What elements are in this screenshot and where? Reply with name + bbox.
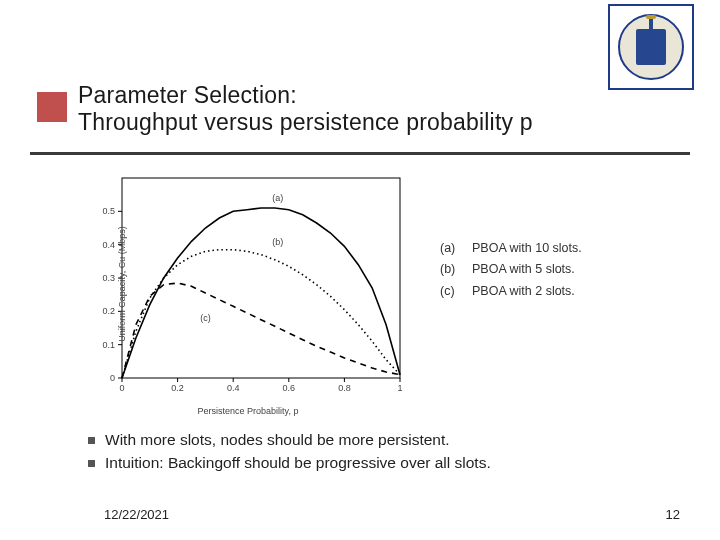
legend-key: (c) <box>440 281 462 302</box>
legend-text: PBOA with 2 slots. <box>472 281 575 302</box>
bullet-icon <box>88 437 95 444</box>
svg-text:0.6: 0.6 <box>283 383 296 393</box>
logo-ring <box>618 14 684 80</box>
title-rule <box>30 152 690 155</box>
logo-tower-icon <box>636 29 666 65</box>
svg-text:0.4: 0.4 <box>227 383 240 393</box>
legend-row: (c) PBOA with 2 slots. <box>440 281 582 302</box>
chart: Uniform Capacity, Cu (Mbps) Persistence … <box>88 170 408 398</box>
slide-title: Parameter Selection: Throughput versus p… <box>78 82 618 136</box>
bullet-list: With more slots, nodes should be more pe… <box>88 430 648 476</box>
svg-text:0.1: 0.1 <box>102 340 115 350</box>
svg-text:0.2: 0.2 <box>102 306 115 316</box>
svg-text:0.3: 0.3 <box>102 273 115 283</box>
svg-text:0.5: 0.5 <box>102 206 115 216</box>
svg-text:(a): (a) <box>272 193 283 203</box>
svg-text:(c): (c) <box>200 313 211 323</box>
title-accent-square <box>37 92 67 122</box>
university-logo <box>608 4 694 90</box>
bullet-text: Intuition: Backingoff should be progress… <box>105 453 491 474</box>
svg-text:0: 0 <box>110 373 115 383</box>
svg-text:1: 1 <box>397 383 402 393</box>
title-line-1: Parameter Selection: <box>78 82 297 108</box>
legend-text: PBOA with 5 slots. <box>472 259 575 280</box>
footer-date: 12/22/2021 <box>104 507 169 522</box>
svg-text:0: 0 <box>119 383 124 393</box>
chart-legend: (a) PBOA with 10 slots. (b) PBOA with 5 … <box>440 238 582 302</box>
slide: Parameter Selection: Throughput versus p… <box>0 0 720 540</box>
svg-text:0.2: 0.2 <box>171 383 184 393</box>
svg-text:0.4: 0.4 <box>102 240 115 250</box>
legend-row: (b) PBOA with 5 slots. <box>440 259 582 280</box>
svg-text:(b): (b) <box>272 237 283 247</box>
bullet-item: With more slots, nodes should be more pe… <box>88 430 648 451</box>
svg-text:0.8: 0.8 <box>338 383 351 393</box>
bullet-item: Intuition: Backingoff should be progress… <box>88 453 648 474</box>
legend-key: (a) <box>440 238 462 259</box>
title-line-2: Throughput versus persistence probabilit… <box>78 109 533 135</box>
legend-row: (a) PBOA with 10 slots. <box>440 238 582 259</box>
footer-page-number: 12 <box>666 507 680 522</box>
y-axis-label: Uniform Capacity, Cu (Mbps) <box>117 226 127 341</box>
legend-text: PBOA with 10 slots. <box>472 238 582 259</box>
chart-svg: 00.20.40.60.8100.10.20.30.40.5(a)(b)(c) <box>88 170 408 398</box>
legend-key: (b) <box>440 259 462 280</box>
bullet-icon <box>88 460 95 467</box>
x-axis-label: Persistence Probability, p <box>198 406 299 416</box>
bullet-text: With more slots, nodes should be more pe… <box>105 430 450 451</box>
